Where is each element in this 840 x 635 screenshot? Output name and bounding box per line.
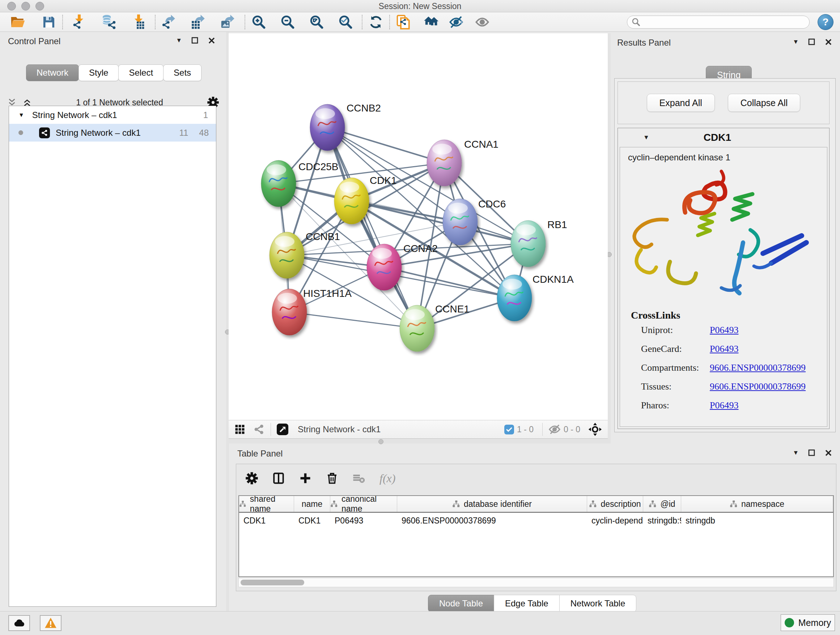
birdseye-navigator-icon[interactable] — [588, 423, 602, 436]
table-cell[interactable]: 9606.ENSP00000378699 — [397, 516, 587, 526]
network-edge-HIST1H1A-CCNE1[interactable] — [289, 312, 417, 328]
status-bar: Memory — [0, 611, 840, 635]
protein-caret-icon[interactable]: ▼ — [643, 134, 649, 141]
delete-column-icon[interactable] — [326, 472, 338, 485]
tab-network-table[interactable]: Network Table — [559, 595, 637, 612]
column-header-shared-name[interactable]: shared name — [239, 496, 294, 512]
results-panel-float-icon[interactable] — [808, 38, 815, 46]
memory-button[interactable]: Memory — [781, 614, 835, 631]
search-box — [627, 16, 810, 29]
detach-view-icon[interactable] — [277, 424, 288, 435]
import-network-button[interactable] — [71, 14, 88, 30]
table-panel-float-icon[interactable] — [808, 449, 815, 456]
column-header-canonical-name[interactable]: canonical name — [330, 496, 397, 512]
warnings-button[interactable] — [40, 615, 62, 631]
tab-node-table[interactable]: Node Table — [428, 595, 494, 612]
tab-select[interactable]: Select — [118, 65, 164, 81]
tab-style[interactable]: Style — [79, 65, 118, 81]
table-panel-menu-icon[interactable]: ▼ — [793, 449, 799, 456]
export-image-button[interactable] — [220, 14, 237, 30]
table-cell[interactable]: CDK1 — [294, 516, 330, 526]
export-table-button[interactable] — [190, 14, 207, 30]
network-node-CDK1[interactable] — [334, 178, 369, 224]
control-panel-menu-icon[interactable]: ▼ — [176, 37, 182, 44]
network-share-icon[interactable] — [253, 424, 265, 435]
tab-sets[interactable]: Sets — [163, 65, 202, 81]
results-panel-menu-icon[interactable]: ▼ — [793, 38, 799, 46]
network-node-CCNE1[interactable] — [400, 305, 434, 352]
grid-view-icon[interactable] — [234, 424, 245, 435]
add-column-icon[interactable] — [299, 472, 311, 485]
table-options-gear-icon[interactable] — [246, 472, 258, 485]
crosslink-link[interactable]: P06493 — [710, 325, 738, 336]
first-neighbors-button[interactable] — [422, 14, 439, 30]
collapse-all-button[interactable]: Collapse All — [728, 94, 801, 112]
scrollbar-thumb[interactable] — [240, 580, 304, 585]
import-table-button[interactable] — [130, 14, 147, 30]
column-header-name[interactable]: name — [294, 496, 330, 512]
column-header-namespace[interactable]: namespace — [681, 496, 833, 512]
network-node-CCNB2[interactable] — [310, 104, 345, 150]
network-canvas[interactable]: CCNB2CCNA1CDC25BCDK1CDC6RB1CCNB1CCNA2CDK… — [229, 33, 608, 420]
table-panel-close-icon[interactable] — [825, 449, 832, 456]
search-input[interactable] — [640, 17, 801, 27]
table-cell[interactable]: stringdb — [681, 516, 833, 526]
help-button[interactable]: ? — [818, 14, 834, 30]
apply-style-refresh-button[interactable] — [368, 14, 384, 30]
table-cell[interactable]: stringdb:9... — [643, 516, 681, 526]
crosslink-link[interactable]: 9606.ENSP00000378699 — [710, 381, 806, 392]
column-header-description[interactable]: description — [587, 496, 643, 512]
crosslink-link[interactable]: P06493 — [710, 344, 738, 355]
network-node-HIST1H1A[interactable] — [272, 289, 307, 335]
hide-selected-button[interactable] — [448, 14, 464, 30]
tab-edge-table[interactable]: Edge Table — [494, 595, 560, 612]
current-network-dot-icon — [19, 130, 23, 135]
network-svg: CCNB2CCNA1CDC25BCDK1CDC6RB1CCNB1CCNA2CDK… — [229, 33, 608, 420]
control-panel-close-icon[interactable] — [208, 37, 215, 44]
selected-filter-checkbox[interactable] — [504, 424, 514, 434]
table-cell[interactable]: CDK1 — [239, 516, 294, 526]
import-network-from-database-button[interactable] — [101, 14, 117, 30]
zoom-fit-button[interactable] — [308, 14, 325, 30]
column-header-@id[interactable]: @id — [643, 496, 681, 512]
bottom-splitter[interactable] — [229, 439, 608, 443]
table-row[interactable]: CDK1CDK1P064939606.ENSP00000378699cyclin… — [239, 513, 833, 529]
network-collection-row[interactable]: ▼ String Network – cdk1 1 — [9, 106, 216, 124]
zoom-selected-button[interactable] — [337, 14, 354, 30]
network-node-CDC6[interactable] — [443, 199, 477, 245]
column-header-database-identifier[interactable]: database identifier — [397, 496, 587, 512]
show-all-button[interactable] — [474, 14, 491, 30]
network-node-CDC25B[interactable] — [261, 160, 296, 207]
crosslink-link[interactable]: 9606.ENSP00000378699 — [710, 363, 806, 373]
table-cell[interactable]: P06493 — [330, 516, 397, 526]
network-node-CCNB1[interactable] — [270, 232, 304, 279]
hidden-items-icon[interactable] — [548, 423, 561, 435]
save-session-button[interactable] — [41, 14, 57, 30]
network-node-CDKN1A[interactable] — [497, 275, 532, 321]
protein-section-header[interactable]: ▼ CDK1 — [618, 128, 829, 147]
tab-network[interactable]: Network — [26, 65, 79, 81]
network-node-CCNA1[interactable] — [427, 140, 462, 186]
node-table-body: CDK1CDK1P064939606.ENSP00000378699cyclin… — [239, 513, 833, 529]
open-session-button[interactable] — [9, 14, 26, 30]
network-row-selected[interactable]: String Network – cdk1 11 48 — [9, 124, 216, 141]
network-node-RB1[interactable] — [511, 220, 546, 267]
hidden-node-edge-count: 0 - 0 — [564, 424, 580, 434]
export-network-button[interactable] — [161, 14, 177, 30]
show-columns-icon[interactable] — [272, 472, 285, 485]
table-horizontal-scrollbar[interactable] — [238, 578, 834, 587]
tree-column-icon — [589, 500, 597, 508]
table-cell[interactable]: cyclin-dependent ... — [587, 516, 643, 526]
zoom-out-button[interactable] — [279, 14, 296, 30]
zoom-in-button[interactable] — [250, 14, 267, 30]
right-splitter[interactable] — [608, 33, 611, 443]
clone-network-button[interactable] — [395, 14, 412, 30]
control-panel-float-icon[interactable] — [191, 37, 199, 44]
network-node-CCNA2[interactable] — [367, 244, 401, 290]
expand-all-button[interactable]: Expand All — [647, 94, 715, 112]
collection-caret-icon[interactable]: ▼ — [19, 112, 24, 119]
results-panel-close-icon[interactable] — [825, 38, 832, 46]
network-edge-CCNB2-CCNA1[interactable] — [327, 127, 444, 163]
cloud-button[interactable] — [8, 615, 30, 631]
crosslink-link[interactable]: P06493 — [710, 400, 738, 411]
